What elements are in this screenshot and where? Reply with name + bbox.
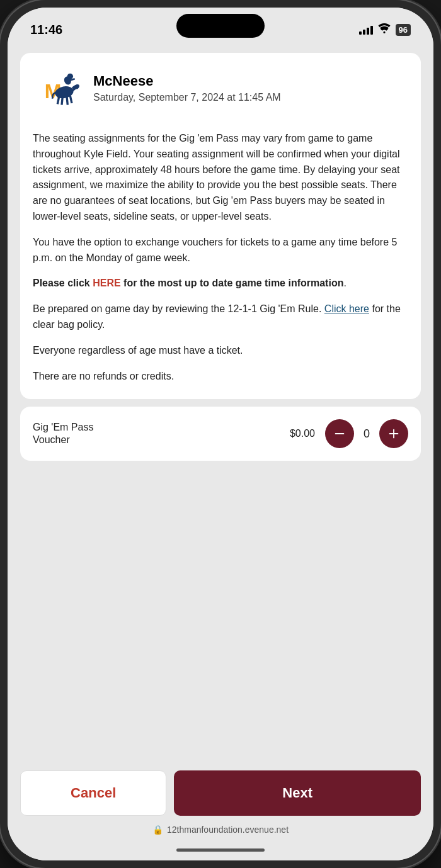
footer-url: 🔒 12thmanfoundation.evenue.net [20,822,421,840]
phone-body: 11:46 96 [8,8,433,860]
bag-policy-paragraph: Be prepared on game day by reviewing the… [33,302,408,333]
quantity-controls: 0 [325,419,408,448]
status-icons: 96 [359,23,411,36]
team-logo: M [33,68,83,118]
home-indicator [8,843,433,860]
quantity-value: 0 [360,427,373,441]
ticket-card: Gig 'Em Pass Voucher $0.00 0 [20,407,421,461]
click-here-link[interactable]: Click here [324,303,369,314]
svg-rect-9 [335,433,345,434]
ticket-row: Gig 'Em Pass Voucher $0.00 0 [33,419,408,448]
info-card: M [20,53,421,399]
lock-icon: 🔒 [152,825,163,835]
phone-frame: 11:46 96 [0,0,441,868]
url-text: 12thmanfoundation.evenue.net [167,825,289,835]
svg-line-6 [62,96,62,104]
content-area[interactable]: M [8,45,433,764]
event-body: The seating assignments for the Gig 'em … [33,131,408,384]
svg-point-2 [67,74,73,79]
dynamic-island [176,14,265,38]
status-time: 11:46 [30,23,62,37]
event-header: M [33,68,408,118]
signal-icon [359,25,373,35]
home-bar [176,848,265,852]
event-date: Saturday, September 7, 2024 at 11:45 AM [93,92,281,103]
here-info-paragraph: Please click HERE for the most up to dat… [33,276,408,291]
next-button[interactable]: Next [174,770,421,816]
action-buttons: Cancel Next [20,770,421,816]
increase-quantity-button[interactable] [379,419,408,448]
ticket-price: $0.00 [290,428,315,439]
team-name: McNeese [93,73,281,89]
please-click-text: Please click [33,278,93,288]
game-time-text: for the most up to date game time inform… [121,278,344,288]
wifi-icon [378,23,391,36]
svg-line-8 [70,96,72,103]
svg-rect-11 [393,429,394,439]
bottom-bar: Cancel Next 🔒 12thmanfoundation.evenue.n… [8,764,433,843]
age-info-paragraph: Everyone regardless of age must have a t… [33,343,408,359]
exchange-info-paragraph: You have the option to exchange vouchers… [33,235,408,266]
battery-indicator: 96 [396,24,411,36]
here-link[interactable]: HERE [93,278,120,288]
refund-info-paragraph: There are no refunds or credits. [33,369,408,385]
event-info: McNeese Saturday, September 7, 2024 at 1… [93,68,281,103]
seating-info-paragraph: The seating assignments for the Gig 'em … [33,131,408,225]
decrease-quantity-button[interactable] [325,419,354,448]
bag-policy-pre: Be prepared on game day by reviewing the… [33,303,324,314]
svg-line-7 [67,96,67,104]
ticket-label: Gig 'Em Pass Voucher [33,421,280,448]
cancel-button[interactable]: Cancel [20,770,166,816]
